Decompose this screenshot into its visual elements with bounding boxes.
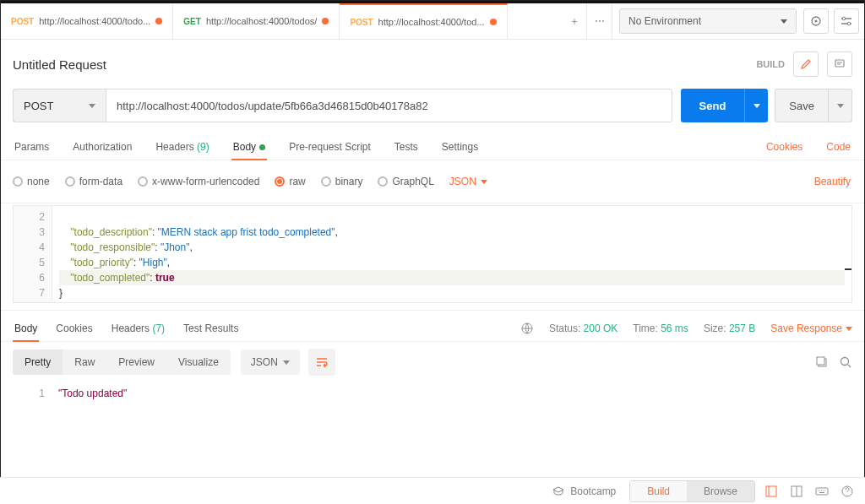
svg-rect-11 [816, 488, 828, 495]
modified-dot-icon [259, 144, 265, 150]
resp-tab-body[interactable]: Body [13, 316, 39, 341]
svg-point-8 [841, 358, 849, 366]
tab-settings[interactable]: Settings [440, 134, 480, 160]
svg-point-2 [842, 17, 846, 20]
body-binary[interactable]: binary [321, 176, 363, 187]
tab-overflow-button[interactable]: ⋯ [587, 3, 612, 39]
view-raw[interactable]: Raw [63, 350, 106, 375]
unsaved-dot-icon [322, 18, 329, 24]
top-tab-bar: POST http://localhost:4000/todo... GET h… [1, 3, 864, 40]
tab-label: http://localhost:4000/tod... [378, 17, 485, 27]
request-title: Untitled Request [13, 57, 748, 72]
settings-button[interactable] [834, 8, 859, 34]
keyboard-icon[interactable] [813, 482, 831, 501]
graduation-icon [552, 485, 565, 498]
status-label: Status: 200 OK [549, 322, 617, 334]
build-label: BUILD [756, 59, 785, 69]
request-tabs: Params Authorization Headers (9) Body Pr… [1, 129, 864, 160]
body-format-picker[interactable]: JSON [449, 176, 487, 187]
save-dropdown[interactable] [829, 89, 852, 122]
send-button[interactable]: Send [681, 89, 745, 122]
send-dropdown[interactable] [744, 89, 768, 122]
search-response-button[interactable] [839, 355, 852, 369]
request-tab-1[interactable]: GET http://localhost:4000/todos/ [173, 3, 340, 39]
save-button[interactable]: Save [775, 89, 829, 122]
tab-label: http://localhost:4000/todos/ [206, 16, 317, 26]
body-type-row: none form-data x-www-form-urlencoded raw… [1, 160, 864, 203]
help-icon[interactable] [838, 482, 857, 501]
tab-tests[interactable]: Tests [393, 134, 420, 160]
comments-button[interactable] [827, 51, 852, 77]
chevron-down-icon [781, 19, 787, 24]
response-body-editor[interactable]: 1 "Todo updated" [13, 382, 852, 492]
cursor-indicator [845, 268, 851, 270]
globe-icon[interactable] [520, 322, 534, 335]
response-format-picker[interactable]: JSON [241, 350, 300, 375]
response-tabs: Body Cookies Headers (7) Test Results St… [1, 310, 864, 341]
tab-label: http://localhost:4000/todo... [39, 16, 150, 26]
status-bar: Bootcamp Build Browse [0, 477, 865, 504]
beautify-link[interactable]: Beautify [813, 169, 852, 194]
method-selector[interactable]: POST [13, 89, 106, 122]
environment-selector[interactable]: No Environment [619, 8, 797, 34]
mode-browse[interactable]: Browse [687, 481, 754, 501]
chevron-down-icon [481, 180, 487, 184]
cookies-link[interactable]: Cookies [764, 134, 804, 160]
request-body-editor[interactable]: 2 3 4 5 6 7 "todo_description": "MERN st… [13, 205, 852, 303]
unsaved-dot-icon [155, 18, 162, 24]
body-raw[interactable]: raw [275, 176, 305, 187]
time-label: Time: 56 ms [633, 322, 688, 334]
env-quicklook-button[interactable] [803, 8, 829, 34]
new-tab-button[interactable]: ＋ [562, 3, 587, 39]
single-pane-icon[interactable] [762, 482, 781, 501]
copy-response-button[interactable] [815, 355, 829, 369]
two-pane-icon[interactable] [787, 482, 806, 501]
unsaved-dot-icon [490, 19, 497, 25]
chevron-down-icon [89, 104, 95, 108]
url-input[interactable] [106, 89, 672, 122]
body-none[interactable]: none [13, 176, 50, 187]
bootcamp-button[interactable]: Bootcamp [552, 485, 616, 498]
body-graphql[interactable]: GraphQL [378, 176, 433, 187]
env-label: No Environment [628, 15, 701, 27]
resp-tab-headers[interactable]: Headers (7) [110, 316, 166, 341]
svg-rect-9 [766, 486, 776, 496]
svg-point-1 [815, 20, 818, 23]
tab-body[interactable]: Body [231, 134, 267, 160]
response-view-options: Pretty Raw Preview Visualize JSON [1, 341, 864, 382]
save-response-button[interactable]: Save Response [770, 322, 852, 334]
svg-rect-7 [817, 357, 824, 365]
svg-rect-4 [835, 60, 844, 67]
view-visualize[interactable]: Visualize [166, 350, 231, 375]
request-tab-0[interactable]: POST http://localhost:4000/todo... [1, 3, 173, 39]
mode-build[interactable]: Build [630, 481, 687, 501]
view-preview[interactable]: Preview [106, 350, 166, 375]
edit-button[interactable] [793, 51, 819, 77]
method-badge: GET [183, 17, 201, 26]
tab-headers[interactable]: Headers (9) [154, 134, 210, 160]
tab-params[interactable]: Params [13, 134, 51, 160]
svg-point-3 [847, 22, 851, 25]
body-formdata[interactable]: form-data [65, 176, 122, 187]
resp-tab-testresults[interactable]: Test Results [182, 316, 240, 341]
tab-authorization[interactable]: Authorization [71, 134, 133, 160]
view-pretty[interactable]: Pretty [13, 350, 63, 375]
code-link[interactable]: Code [824, 134, 852, 160]
url-row: POST Send Save [1, 82, 864, 129]
request-tab-2[interactable]: POST http://localhost:4000/tod... [340, 3, 507, 39]
method-value: POST [24, 100, 53, 112]
request-header: Untitled Request BUILD [1, 40, 864, 82]
method-badge: POST [350, 18, 373, 27]
tab-prerequest[interactable]: Pre-request Script [287, 134, 373, 160]
method-badge: POST [11, 17, 34, 26]
size-label: Size: 257 B [704, 322, 755, 334]
resp-tab-cookies[interactable]: Cookies [54, 316, 94, 341]
body-urlencoded[interactable]: x-www-form-urlencoded [138, 176, 259, 187]
wrap-lines-button[interactable] [308, 349, 335, 376]
